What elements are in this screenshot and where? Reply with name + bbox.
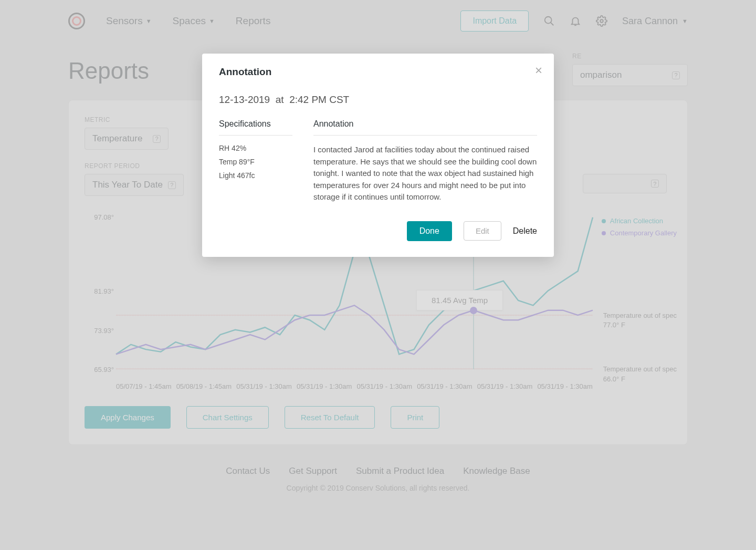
annotation-column: Annotation I contacted Jarod at faciliti… [313,119,537,203]
modal-footer: Done Edit Delete [202,209,554,257]
spec-line: Light 467fc [219,171,292,180]
spec-line: Temp 89°F [219,158,292,166]
spec-line: RH 42% [219,144,292,152]
annotation-timestamp: 12-13-2019 at 2:42 PM CST [219,94,537,106]
modal-title: Annotation [219,66,537,78]
modal-columns: Specifications RH 42%Temp 89°FLight 467f… [219,119,537,203]
done-button[interactable]: Done [407,221,452,241]
annotation-date: 12-13-2019 [219,94,270,105]
annotation-time: 2:42 PM CST [289,94,349,105]
edit-button[interactable]: Edit [464,221,501,241]
specifications-heading: Specifications [219,119,292,136]
annotation-at: at [276,94,284,105]
annotation-modal: Annotation × 12-13-2019 at 2:42 PM CST S… [202,54,554,257]
modal-body: 12-13-2019 at 2:42 PM CST Specifications… [202,89,554,209]
specifications-list: RH 42%Temp 89°FLight 467fc [219,144,292,180]
annotation-text: I contacted Jarod at facilities today ab… [313,144,537,203]
delete-button[interactable]: Delete [513,226,537,236]
modal-header: Annotation × [202,54,554,89]
annotation-heading: Annotation [313,119,537,136]
close-icon[interactable]: × [535,63,542,78]
specifications-column: Specifications RH 42%Temp 89°FLight 467f… [219,119,292,203]
